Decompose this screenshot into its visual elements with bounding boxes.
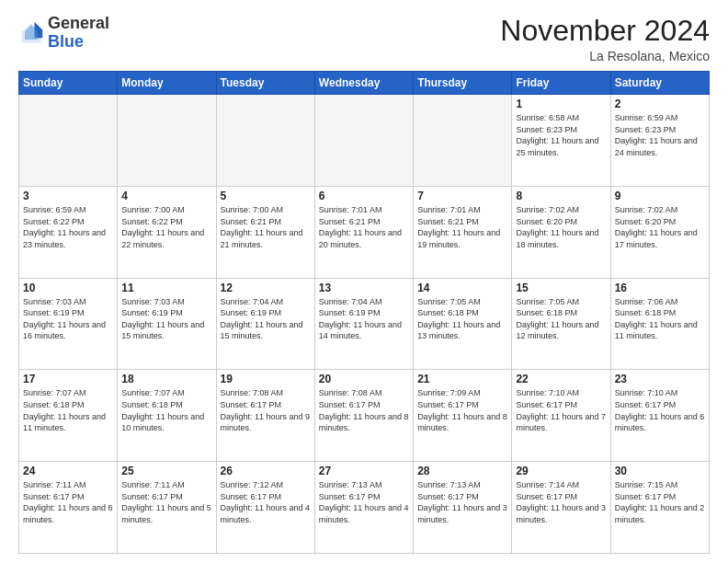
- calendar-cell: 16Sunrise: 7:06 AMSunset: 6:18 PMDayligh…: [610, 278, 709, 370]
- logo-icon: [18, 20, 44, 46]
- calendar-cell: 12Sunrise: 7:04 AMSunset: 6:19 PMDayligh…: [216, 278, 314, 370]
- calendar-cell: 2Sunrise: 6:59 AMSunset: 6:23 PMDaylight…: [610, 95, 709, 187]
- day-info: Sunrise: 7:08 AMSunset: 6:17 PMDaylight:…: [221, 387, 311, 433]
- day-number: 20: [319, 373, 409, 385]
- calendar-cell: 17Sunrise: 7:07 AMSunset: 6:18 PMDayligh…: [19, 370, 118, 462]
- calendar-cell: 6Sunrise: 7:01 AMSunset: 6:21 PMDaylight…: [314, 186, 413, 278]
- calendar-week-row: 17Sunrise: 7:07 AMSunset: 6:18 PMDayligh…: [19, 370, 710, 462]
- day-header: Wednesday: [314, 72, 413, 95]
- calendar-cell: 24Sunrise: 7:11 AMSunset: 6:17 PMDayligh…: [19, 462, 118, 554]
- logo: General Blue: [18, 15, 109, 52]
- page: General Blue November 2024 La Resolana, …: [0, 0, 728, 563]
- day-info: Sunrise: 7:07 AMSunset: 6:18 PMDaylight:…: [121, 387, 211, 433]
- day-number: 6: [319, 190, 409, 202]
- day-number: 8: [516, 190, 606, 202]
- calendar-cell: 4Sunrise: 7:00 AMSunset: 6:22 PMDaylight…: [118, 186, 216, 278]
- title-block: November 2024 La Resolana, Mexico: [500, 15, 710, 63]
- location: La Resolana, Mexico: [500, 49, 710, 63]
- day-header: Saturday: [610, 72, 709, 95]
- day-number: 27: [319, 465, 409, 477]
- day-number: 18: [121, 373, 211, 385]
- day-info: Sunrise: 7:07 AMSunset: 6:18 PMDaylight:…: [23, 387, 113, 433]
- day-info: Sunrise: 7:04 AMSunset: 6:19 PMDaylight:…: [221, 296, 311, 342]
- calendar-week-row: 1Sunrise: 6:58 AMSunset: 6:23 PMDaylight…: [19, 95, 710, 187]
- calendar-cell: 5Sunrise: 7:00 AMSunset: 6:21 PMDaylight…: [216, 186, 314, 278]
- header-row: SundayMondayTuesdayWednesdayThursdayFrid…: [19, 72, 710, 95]
- logo-general: General: [48, 14, 109, 32]
- day-number: 2: [615, 98, 705, 110]
- day-number: 16: [615, 282, 705, 294]
- calendar-cell: 18Sunrise: 7:07 AMSunset: 6:18 PMDayligh…: [118, 370, 216, 462]
- day-header: Thursday: [414, 72, 512, 95]
- day-number: 24: [23, 465, 113, 477]
- day-info: Sunrise: 7:05 AMSunset: 6:18 PMDaylight:…: [417, 296, 507, 342]
- day-number: 7: [417, 190, 507, 202]
- logo-blue: Blue: [48, 32, 84, 51]
- day-number: 14: [417, 282, 507, 294]
- calendar-cell: 27Sunrise: 7:13 AMSunset: 6:17 PMDayligh…: [314, 462, 413, 554]
- calendar-week-row: 24Sunrise: 7:11 AMSunset: 6:17 PMDayligh…: [19, 462, 710, 554]
- month-title: November 2024: [500, 15, 710, 47]
- day-info: Sunrise: 7:01 AMSunset: 6:21 PMDaylight:…: [417, 204, 507, 250]
- day-info: Sunrise: 7:03 AMSunset: 6:19 PMDaylight:…: [23, 296, 113, 342]
- calendar-cell: 8Sunrise: 7:02 AMSunset: 6:20 PMDaylight…: [512, 186, 610, 278]
- day-number: 5: [221, 190, 311, 202]
- day-info: Sunrise: 6:59 AMSunset: 6:23 PMDaylight:…: [615, 112, 705, 158]
- day-number: 25: [121, 465, 211, 477]
- day-info: Sunrise: 7:06 AMSunset: 6:18 PMDaylight:…: [615, 296, 705, 342]
- day-info: Sunrise: 6:58 AMSunset: 6:23 PMDaylight:…: [516, 112, 606, 158]
- day-header: Monday: [118, 72, 216, 95]
- day-number: 26: [221, 465, 311, 477]
- day-number: 3: [23, 190, 113, 202]
- day-number: 11: [121, 282, 211, 294]
- calendar-cell: 21Sunrise: 7:09 AMSunset: 6:17 PMDayligh…: [414, 370, 512, 462]
- day-number: 17: [23, 373, 113, 385]
- calendar-cell: [414, 95, 512, 187]
- day-info: Sunrise: 7:09 AMSunset: 6:17 PMDaylight:…: [417, 387, 507, 433]
- day-number: 22: [516, 373, 606, 385]
- day-info: Sunrise: 7:11 AMSunset: 6:17 PMDaylight:…: [121, 479, 211, 525]
- day-info: Sunrise: 7:03 AMSunset: 6:19 PMDaylight:…: [121, 296, 211, 342]
- day-number: 30: [615, 465, 705, 477]
- day-info: Sunrise: 7:13 AMSunset: 6:17 PMDaylight:…: [319, 479, 409, 525]
- header: General Blue November 2024 La Resolana, …: [18, 15, 710, 63]
- day-number: 1: [516, 98, 606, 110]
- calendar-week-row: 3Sunrise: 6:59 AMSunset: 6:22 PMDaylight…: [19, 186, 710, 278]
- day-number: 10: [23, 282, 113, 294]
- day-info: Sunrise: 7:04 AMSunset: 6:19 PMDaylight:…: [319, 296, 409, 342]
- day-number: 29: [516, 465, 606, 477]
- day-info: Sunrise: 7:00 AMSunset: 6:21 PMDaylight:…: [221, 204, 311, 250]
- day-info: Sunrise: 7:01 AMSunset: 6:21 PMDaylight:…: [319, 204, 409, 250]
- calendar-cell: [216, 95, 314, 187]
- calendar-cell: 1Sunrise: 6:58 AMSunset: 6:23 PMDaylight…: [512, 95, 610, 187]
- calendar-cell: 22Sunrise: 7:10 AMSunset: 6:17 PMDayligh…: [512, 370, 610, 462]
- calendar-table: SundayMondayTuesdayWednesdayThursdayFrid…: [18, 71, 710, 554]
- day-info: Sunrise: 7:13 AMSunset: 6:17 PMDaylight:…: [417, 479, 507, 525]
- day-info: Sunrise: 7:00 AMSunset: 6:22 PMDaylight:…: [121, 204, 211, 250]
- calendar-cell: 19Sunrise: 7:08 AMSunset: 6:17 PMDayligh…: [216, 370, 314, 462]
- calendar-cell: [19, 95, 118, 187]
- calendar-cell: [118, 95, 216, 187]
- calendar-cell: 13Sunrise: 7:04 AMSunset: 6:19 PMDayligh…: [314, 278, 413, 370]
- calendar-week-row: 10Sunrise: 7:03 AMSunset: 6:19 PMDayligh…: [19, 278, 710, 370]
- day-number: 28: [417, 465, 507, 477]
- calendar-cell: 20Sunrise: 7:08 AMSunset: 6:17 PMDayligh…: [314, 370, 413, 462]
- calendar-cell: 7Sunrise: 7:01 AMSunset: 6:21 PMDaylight…: [414, 186, 512, 278]
- day-info: Sunrise: 7:08 AMSunset: 6:17 PMDaylight:…: [319, 387, 409, 433]
- day-number: 4: [121, 190, 211, 202]
- calendar-cell: 9Sunrise: 7:02 AMSunset: 6:20 PMDaylight…: [610, 186, 709, 278]
- day-number: 12: [221, 282, 311, 294]
- calendar-cell: 28Sunrise: 7:13 AMSunset: 6:17 PMDayligh…: [414, 462, 512, 554]
- day-number: 21: [417, 373, 507, 385]
- day-info: Sunrise: 7:02 AMSunset: 6:20 PMDaylight:…: [615, 204, 705, 250]
- day-info: Sunrise: 7:12 AMSunset: 6:17 PMDaylight:…: [221, 479, 311, 525]
- day-header: Tuesday: [216, 72, 314, 95]
- calendar-cell: 10Sunrise: 7:03 AMSunset: 6:19 PMDayligh…: [19, 278, 118, 370]
- calendar-cell: 30Sunrise: 7:15 AMSunset: 6:17 PMDayligh…: [610, 462, 709, 554]
- day-info: Sunrise: 7:05 AMSunset: 6:18 PMDaylight:…: [516, 296, 606, 342]
- day-number: 23: [615, 373, 705, 385]
- calendar-cell: 23Sunrise: 7:10 AMSunset: 6:17 PMDayligh…: [610, 370, 709, 462]
- day-number: 13: [319, 282, 409, 294]
- calendar-cell: 29Sunrise: 7:14 AMSunset: 6:17 PMDayligh…: [512, 462, 610, 554]
- day-header: Sunday: [19, 72, 118, 95]
